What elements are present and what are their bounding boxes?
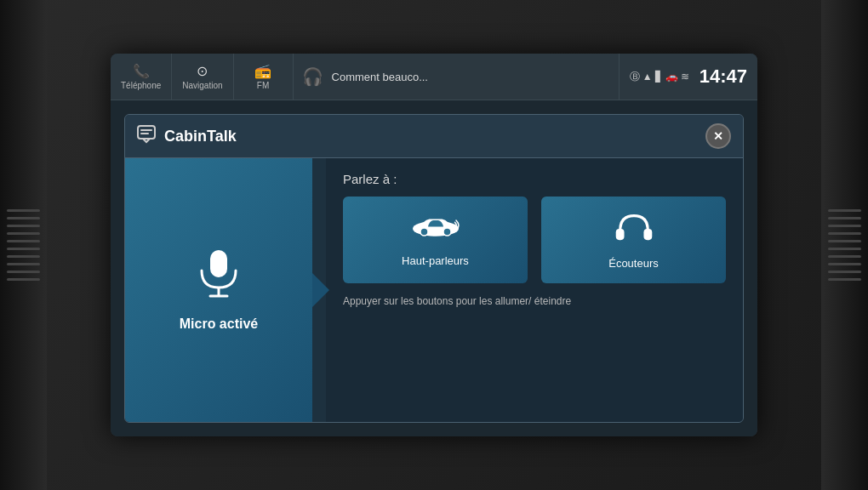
car-speaker-icon bbox=[410, 210, 461, 246]
telephone-icon: 📞 bbox=[133, 63, 150, 79]
tab-navigation[interactable]: ⊙ Navigation bbox=[172, 54, 233, 100]
ecouteurs-label: Écouteurs bbox=[608, 257, 659, 270]
svg-rect-2 bbox=[140, 133, 149, 134]
main-area: CabinTalk ✕ bbox=[111, 100, 757, 436]
tab-fm[interactable]: 📻 FM bbox=[234, 54, 294, 100]
close-button[interactable]: ✕ bbox=[705, 123, 731, 149]
cabin-talk-dialog: CabinTalk ✕ bbox=[124, 114, 744, 423]
headphone-icon: 🎧 bbox=[302, 66, 323, 87]
screen-content: 📞 Téléphone ⊙ Navigation 📻 FM 🎧 Comment … bbox=[111, 54, 757, 436]
car-frame: 🏠 HOME ↩ BACK ☀ 🌙 VOL⏻AUDIO 📞 bbox=[0, 0, 868, 490]
speaker-options: Haut-parleurs bbox=[343, 197, 726, 283]
vent-right bbox=[821, 0, 868, 490]
svg-rect-10 bbox=[643, 229, 652, 240]
fm-icon: 📻 bbox=[254, 63, 271, 79]
parlez-section: Parlez à : bbox=[326, 158, 743, 422]
nav-tabs: 📞 Téléphone ⊙ Navigation 📻 FM bbox=[111, 54, 294, 100]
dialog-header: CabinTalk ✕ bbox=[125, 115, 743, 158]
headphones-icon bbox=[613, 210, 655, 248]
svg-rect-0 bbox=[138, 126, 155, 139]
wifi-icon: ≋ bbox=[681, 71, 689, 83]
svg-rect-1 bbox=[140, 129, 152, 131]
micro-section: Micro activé bbox=[125, 158, 312, 422]
micro-active-label: Micro activé bbox=[180, 316, 258, 332]
svg-point-8 bbox=[443, 228, 451, 236]
dialog-title: CabinTalk bbox=[164, 128, 697, 145]
dialog-body: Micro activé Parlez à : bbox=[125, 158, 743, 422]
signal-icon: ▲ bbox=[642, 71, 653, 83]
svg-point-7 bbox=[420, 228, 428, 236]
haut-parleurs-button[interactable]: Haut-parleurs bbox=[343, 197, 528, 283]
svg-rect-9 bbox=[615, 229, 624, 240]
ecouteurs-button[interactable]: Écouteurs bbox=[541, 197, 726, 283]
car-status-icon: 🚗 bbox=[665, 71, 678, 83]
microphone-icon bbox=[197, 248, 240, 306]
parlez-title: Parlez à : bbox=[343, 172, 726, 186]
battery-icon: ▋ bbox=[655, 71, 663, 83]
tab-telephone[interactable]: 📞 Téléphone bbox=[111, 54, 172, 100]
main-screen: 🏠 HOME ↩ BACK ☀ 🌙 VOL⏻AUDIO 📞 bbox=[111, 54, 757, 436]
status-icons: Ⓑ ▲ ▋ 🚗 ≋ bbox=[630, 70, 689, 84]
dialog-icon bbox=[137, 125, 156, 148]
bluetooth-icon: Ⓑ bbox=[630, 70, 640, 84]
svg-rect-3 bbox=[210, 250, 227, 277]
status-bar: Ⓑ ▲ ▋ 🚗 ≋ 14:47 bbox=[620, 54, 757, 100]
instruction-text: Appuyer sur les boutons pour les allumer… bbox=[343, 293, 726, 309]
top-navigation-bar: 📞 Téléphone ⊙ Navigation 📻 FM 🎧 Comment … bbox=[111, 54, 757, 100]
clock-display: 14:47 bbox=[700, 66, 747, 88]
navigation-icon: ⊙ bbox=[197, 63, 208, 79]
media-text: Comment beauco... bbox=[332, 71, 610, 83]
vent-left bbox=[0, 0, 47, 490]
media-bar: 🎧 Comment beauco... bbox=[294, 54, 620, 100]
haut-parleurs-label: Haut-parleurs bbox=[402, 254, 469, 267]
